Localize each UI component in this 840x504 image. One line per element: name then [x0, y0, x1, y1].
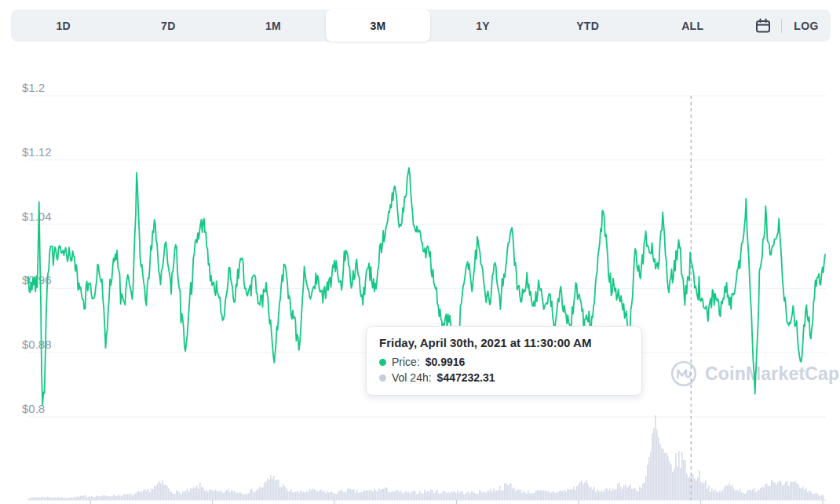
y-axis-tick-label: $1.2: [22, 81, 45, 94]
y-axis-tick-label: $0.88: [22, 338, 52, 351]
tooltip-price-row: Price: $0.9916: [379, 354, 629, 370]
tooltip-volume-value: $447232.31: [437, 370, 495, 385]
coinmarketcap-price-chart-page: CoinMarketCap $1.2$1.12$1.04$0.96$0.88$0…: [0, 0, 840, 504]
tooltip-volume-row: Vol 24h: $447232.31: [379, 370, 629, 385]
tooltip-price-label: Price:: [392, 354, 420, 370]
y-axis-tick-label: $0.8: [22, 402, 45, 415]
y-axis-tick-label: $1.12: [22, 145, 52, 159]
price-chart[interactable]: $1.2$1.12$1.04$0.96$0.88$0.8: [0, 0, 840, 504]
y-axis-tick-label: $1.04: [22, 210, 52, 223]
chart-tooltip: Friday, April 30th, 2021 at 11:30:00 AM …: [366, 326, 642, 396]
volume-dot-icon: [379, 374, 386, 382]
tooltip-date: Friday, April 30th, 2021 at 11:30:00 AM: [379, 336, 629, 349]
price-dot-icon: [379, 359, 386, 366]
tooltip-volume-label: Vol 24h:: [392, 370, 432, 385]
tooltip-price-value: $0.9916: [425, 354, 466, 370]
volume-bars: [28, 415, 824, 500]
